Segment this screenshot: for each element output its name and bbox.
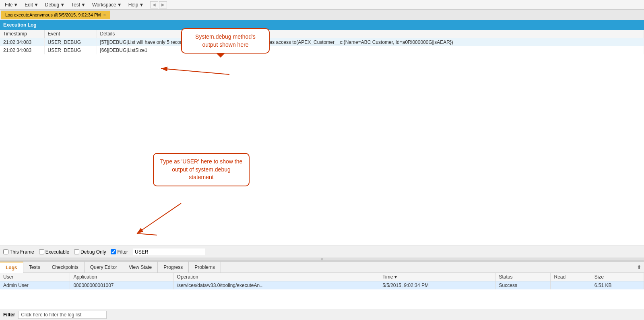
menu-workspace[interactable]: Workspace ▼	[89, 1, 125, 8]
menu-help[interactable]: Help ▼	[125, 1, 147, 8]
log-table-wrapper[interactable]: Timestamp Event Details 21:02:34:083 USE…	[0, 30, 644, 246]
bottom-log-table: UserApplicationOperationTime ▾StatusRead…	[0, 273, 644, 289]
bottom-tab-view-state[interactable]: View State	[123, 262, 158, 273]
exec-log-panel: Execution Log Timestamp Event Details 21…	[0, 20, 644, 246]
log-tab-label: Log executeAnonymous @5/5/2015, 9:02:34 …	[5, 12, 101, 17]
expand-button[interactable]: ⬆	[634, 262, 644, 272]
separator-handle[interactable]	[0, 258, 644, 261]
col-operation: Operation	[173, 273, 379, 281]
bottom-tab-query-editor[interactable]: Query Editor	[85, 262, 123, 273]
log-tab[interactable]: Log executeAnonymous @5/5/2015, 9:02:34 …	[1, 10, 110, 19]
bottom-tab-logs[interactable]: Logs	[0, 262, 23, 273]
col-time[interactable]: Time ▾	[379, 273, 495, 281]
filter-text-input[interactable]: USER	[133, 248, 205, 256]
menu-debug[interactable]: Debug ▼	[42, 1, 68, 8]
bottom-tab-progress[interactable]: Progress	[158, 262, 189, 273]
bottom-tabs-container: LogsTestsCheckpointsQuery EditorView Sta…	[0, 262, 634, 273]
exec-log-table: Timestamp Event Details 21:02:34:083 USE…	[0, 30, 644, 54]
log-cell-5	[551, 281, 591, 290]
cell-timestamp: 21:02:34:083	[0, 46, 44, 54]
nav-forward-button[interactable]: ▶	[159, 1, 167, 8]
menu-edit[interactable]: Edit ▼	[21, 1, 42, 8]
exec-log-header: Execution Log	[0, 20, 644, 30]
col-application: Application	[70, 273, 173, 281]
cell-event: USER_DEBUG	[44, 46, 97, 54]
cell-timestamp: 21:02:34:083	[0, 38, 44, 47]
col-read: Read	[551, 273, 591, 281]
this-frame-checkbox[interactable]: This Frame	[3, 249, 34, 255]
executable-input[interactable]	[39, 249, 44, 254]
log-tab-close[interactable]: ×	[103, 12, 105, 17]
this-frame-input[interactable]	[3, 249, 8, 254]
log-cell-0: Admin User	[0, 281, 70, 290]
menu-bar: File ▼ Edit ▼ Debug ▼ Test ▼ Workspace ▼…	[0, 0, 644, 10]
debug-only-checkbox[interactable]: Debug Only	[74, 249, 106, 255]
col-details: Details	[97, 30, 644, 38]
col-status: Status	[495, 273, 551, 281]
bottom-tab-tests[interactable]: Tests	[23, 262, 46, 273]
log-row[interactable]: Admin User000000000001007/services/data/…	[0, 281, 644, 290]
log-cell-4: Success	[495, 281, 551, 290]
bottom-log-table-wrapper[interactable]: UserApplicationOperationTime ▾StatusRead…	[0, 273, 644, 289]
debug-only-input[interactable]	[74, 249, 79, 254]
filter-checkbox[interactable]: Filter	[111, 249, 128, 255]
filter-bar: This Frame Executable Debug Only Filter …	[0, 246, 644, 258]
bottom-filter-input[interactable]: Click here to filter the log list	[18, 311, 107, 319]
log-cell-1: 000000000001007	[70, 281, 173, 290]
cell-details: [57]|DEBUG|List will have only 5 records…	[97, 38, 644, 47]
menu-file[interactable]: File ▼	[2, 1, 21, 8]
col-event: Event	[44, 30, 97, 38]
bottom-tab-problems[interactable]: Problems	[189, 262, 221, 273]
cell-details: [66]|DEBUG|ListSize1	[97, 46, 644, 54]
col-size: Size	[591, 273, 644, 281]
bottom-filter-bar: Filter Click here to filter the log list	[0, 309, 644, 320]
filter-input[interactable]	[111, 249, 116, 254]
tab-bar: Log executeAnonymous @5/5/2015, 9:02:34 …	[0, 10, 644, 20]
bottom-filter-label: Filter	[3, 312, 15, 318]
bottom-tabs: LogsTestsCheckpointsQuery EditorView Sta…	[0, 262, 644, 273]
log-cell-6: 6.51 KB	[591, 281, 644, 290]
cell-event: USER_DEBUG	[44, 38, 97, 47]
menu-test[interactable]: Test ▼	[68, 1, 89, 8]
exec-log-row: 21:02:34:083 USER_DEBUG [57]|DEBUG|List …	[0, 38, 644, 47]
exec-log-row: 21:02:34:083 USER_DEBUG [66]|DEBUG|ListS…	[0, 46, 644, 54]
main-area: Execution Log Timestamp Event Details 21…	[0, 20, 644, 320]
nav-back-button[interactable]: ◀	[150, 1, 158, 8]
log-cell-3: 5/5/2015, 9:02:34 PM	[379, 281, 495, 290]
log-cell-2: /services/data/v33.0/tooling/executeAn..…	[173, 281, 379, 290]
col-user: User	[0, 273, 70, 281]
bottom-panel: LogsTestsCheckpointsQuery EditorView Sta…	[0, 261, 644, 320]
nav-buttons: ◀ ▶	[150, 1, 167, 8]
bottom-tab-checkpoints[interactable]: Checkpoints	[46, 262, 85, 273]
col-timestamp: Timestamp	[0, 30, 44, 38]
executable-checkbox[interactable]: Executable	[39, 249, 69, 255]
